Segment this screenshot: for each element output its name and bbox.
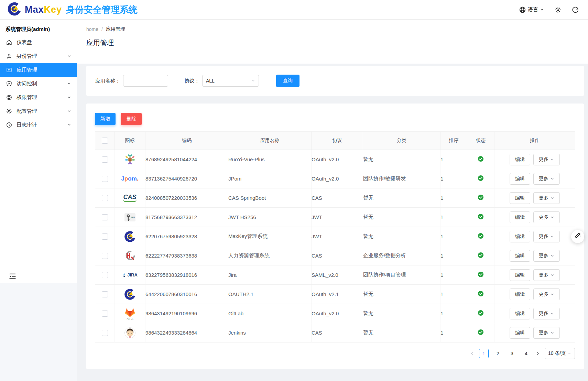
row-checkbox[interactable]	[102, 253, 108, 259]
prev-page-button[interactable]	[470, 351, 475, 356]
table-row: 622076759805923328MaxKey管理系统JWT暂无1编辑更多	[95, 227, 575, 246]
sidebar-item-apps[interactable]: 应用管理	[0, 63, 77, 77]
sidebar-item-dashboard[interactable]: 仪表盘	[0, 35, 77, 49]
cell-app-name: JWT HS256	[228, 208, 312, 227]
row-actions: 编辑更多	[494, 289, 575, 300]
more-button-label: 更多	[539, 330, 548, 336]
protocol-select[interactable]: ALL	[202, 75, 259, 87]
row-actions: 编辑更多	[494, 308, 575, 319]
chevron-down-icon	[550, 215, 554, 219]
more-button[interactable]: 更多	[533, 192, 560, 204]
menu-fold-icon[interactable]	[9, 273, 16, 280]
breadcrumb-separator: /	[101, 26, 103, 32]
cell-app-icon	[115, 285, 145, 304]
edit-button[interactable]: 编辑	[510, 289, 530, 300]
row-actions: 编辑更多	[494, 250, 575, 262]
chevron-down-icon	[550, 273, 554, 277]
row-actions: 编辑更多	[494, 154, 575, 165]
sidebar-item-audit[interactable]: 日志审计	[0, 118, 77, 132]
maxkey-admin-app: MaxKey 身份安全管理系统 语言 系统管理员(admin) 仪表盘身份管理应…	[0, 0, 588, 381]
chevron-down-icon	[550, 177, 554, 181]
page-number-2[interactable]: 2	[493, 349, 503, 358]
next-page-button[interactable]	[535, 351, 540, 356]
search-button[interactable]: 查询	[276, 75, 300, 87]
header-actions: 语言	[519, 6, 579, 13]
maxkey-app-icon	[115, 285, 145, 304]
language-switcher[interactable]: 语言	[519, 6, 544, 13]
pagination: 123410 条/页	[95, 348, 575, 359]
cell-checkbox	[95, 208, 115, 227]
edit-button[interactable]: 编辑	[510, 231, 530, 242]
more-button[interactable]: 更多	[533, 231, 560, 242]
status-enabled-icon	[478, 292, 484, 298]
select-all-header-cell	[95, 132, 115, 150]
row-checkbox[interactable]	[102, 291, 108, 297]
chevron-down-icon	[550, 157, 554, 162]
row-checkbox[interactable]	[102, 195, 108, 201]
cell-checkbox	[95, 246, 115, 265]
row-checkbox[interactable]	[102, 233, 108, 240]
hr-app-icon	[115, 246, 145, 265]
row-checkbox[interactable]	[102, 330, 108, 336]
more-button[interactable]: 更多	[533, 154, 560, 165]
status-enabled-icon	[478, 234, 484, 240]
add-button[interactable]: 新增	[95, 113, 116, 125]
chevron-down-icon	[67, 109, 71, 113]
cell-status	[467, 265, 494, 285]
assistant-float-button[interactable]	[571, 230, 584, 243]
sidebar-item-access[interactable]: 访问控制	[0, 77, 77, 90]
logout-button[interactable]	[572, 6, 579, 13]
chevron-down-icon	[67, 54, 71, 58]
breadcrumb-home-link[interactable]: home	[86, 26, 98, 32]
sidebar-item-config[interactable]: 配置管理	[0, 104, 77, 118]
edit-button[interactable]: 编辑	[510, 211, 530, 223]
edit-button[interactable]: 编辑	[510, 327, 530, 339]
sidebar: 系统管理员(admin) 仪表盘身份管理应用管理访问控制权限管理配置管理日志审计	[0, 20, 77, 283]
page-number-3[interactable]: 3	[507, 349, 517, 358]
cell-checkbox	[95, 188, 115, 208]
dashboard-icon	[6, 39, 12, 46]
edit-button[interactable]: 编辑	[510, 308, 530, 319]
settings-gear-button[interactable]	[554, 6, 562, 13]
sidebar-item-label: 仪表盘	[17, 39, 32, 46]
app-name-filter-input[interactable]	[123, 75, 168, 87]
cell-code: 837136275440926720	[145, 169, 228, 188]
cell-sort: 1	[440, 208, 467, 227]
edit-button[interactable]: 编辑	[510, 269, 530, 281]
delete-button[interactable]: 删除	[121, 113, 142, 125]
more-button[interactable]: 更多	[533, 289, 560, 300]
more-button[interactable]: 更多	[533, 269, 560, 281]
page-size-select[interactable]: 10 条/页	[545, 348, 575, 359]
table-header-row: 图标编码应用名称协议分类排序状态操作	[95, 132, 575, 150]
row-checkbox[interactable]	[102, 272, 108, 278]
page-number-4[interactable]: 4	[521, 349, 531, 358]
cell-app-name: Jira	[228, 265, 312, 285]
more-button[interactable]: 更多	[533, 308, 560, 319]
cell-actions: 编辑更多	[494, 188, 575, 208]
edit-button[interactable]: 编辑	[510, 192, 530, 204]
sidebar-item-permission[interactable]: 权限管理	[0, 90, 77, 104]
edit-button[interactable]: 编辑	[510, 250, 530, 262]
cell-actions: 编辑更多	[494, 304, 575, 323]
cell-category: 暂无	[363, 208, 440, 227]
edit-button[interactable]: 编辑	[510, 173, 530, 185]
page-title: 应用管理	[86, 38, 588, 47]
cell-protocol: OAuth_v2.0	[312, 169, 363, 188]
row-actions: 编辑更多	[494, 269, 575, 281]
row-checkbox[interactable]	[102, 214, 108, 220]
row-checkbox[interactable]	[102, 311, 108, 317]
page-number-1[interactable]: 1	[479, 349, 489, 358]
cell-sort: 1	[440, 227, 467, 246]
row-checkbox[interactable]	[102, 156, 108, 163]
cell-checkbox	[95, 169, 115, 188]
more-button[interactable]: 更多	[533, 211, 560, 223]
more-button[interactable]: 更多	[533, 327, 560, 339]
select-all-checkbox[interactable]	[102, 138, 108, 144]
more-button[interactable]: 更多	[533, 173, 560, 185]
permission-icon	[6, 94, 12, 101]
sidebar-item-identity[interactable]: 身份管理	[0, 49, 77, 63]
column-header-4: 协议	[312, 132, 363, 150]
row-checkbox[interactable]	[102, 176, 108, 182]
more-button[interactable]: 更多	[533, 250, 560, 262]
edit-button[interactable]: 编辑	[510, 154, 530, 165]
